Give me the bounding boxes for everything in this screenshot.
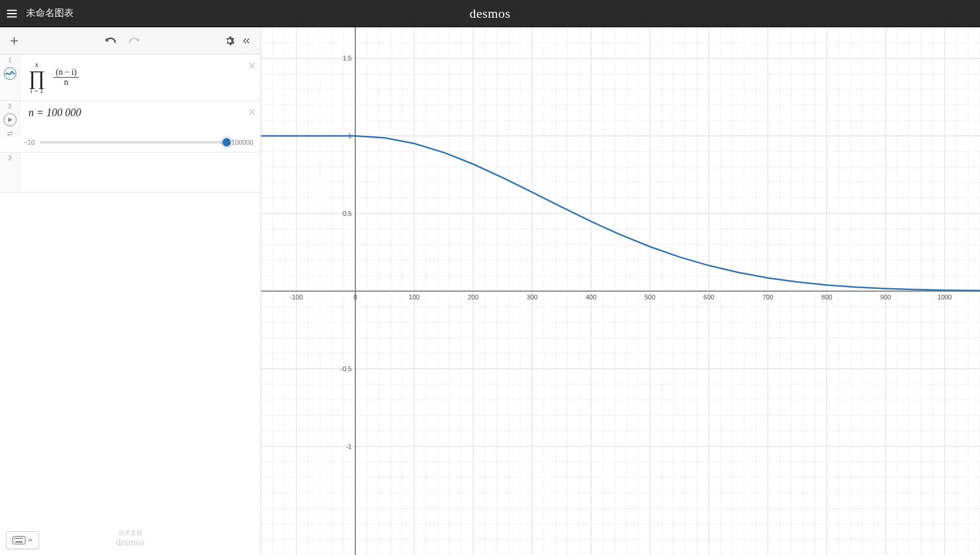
- expression-content[interactable]: x ∏ i = 1 (n − i) n: [20, 55, 260, 100]
- keyboard-toggle-button[interactable]: [6, 531, 39, 549]
- graph-canvas[interactable]: -10001002003004005006007008009001000-1-0…: [261, 27, 980, 555]
- fraction-numerator: (n − i): [53, 68, 79, 78]
- powered-brand: desmos: [116, 537, 145, 548]
- expression-number: 3: [8, 155, 12, 161]
- powered-by: 技术支持 desmos: [116, 529, 145, 548]
- svg-text:700: 700: [762, 294, 773, 301]
- expression-panel: 1 x ∏ i = 1 (n − i) n: [0, 27, 261, 555]
- svg-text:800: 800: [822, 294, 832, 301]
- expression-gutter: 2 ⇄: [0, 101, 20, 138]
- gear-icon: [224, 36, 235, 46]
- redo-button[interactable]: [126, 33, 142, 49]
- svg-text:1.5: 1.5: [343, 55, 352, 62]
- delete-expression-button[interactable]: ×: [248, 58, 256, 74]
- svg-text:400: 400: [586, 294, 596, 301]
- graph-svg: -10001002003004005006007008009001000-1-0…: [261, 27, 980, 555]
- expression-number: 2: [8, 103, 12, 110]
- svg-rect-1: [13, 537, 26, 544]
- plus-icon: [9, 36, 20, 46]
- svg-rect-2: [14, 538, 15, 539]
- expression-gutter: 3: [0, 152, 20, 192]
- expression-gutter: 1: [0, 55, 20, 100]
- expression-list: 1 x ∏ i = 1 (n − i) n: [0, 55, 260, 555]
- svg-text:900: 900: [880, 294, 891, 301]
- svg-rect-3: [16, 538, 17, 539]
- play-icon: [7, 117, 13, 123]
- expression-number: 1: [8, 57, 12, 63]
- brand-logo: desmos: [470, 6, 511, 21]
- menu-button[interactable]: [0, 0, 24, 27]
- svg-text:0.5: 0.5: [343, 210, 352, 217]
- undo-icon: [104, 35, 116, 47]
- hamburger-icon: [5, 7, 18, 20]
- powered-label: 技术支持: [116, 529, 145, 537]
- slider-track[interactable]: [40, 141, 227, 143]
- slider-label: n = 100 000: [28, 107, 81, 119]
- product-symbol: ∏: [28, 68, 45, 88]
- svg-text:500: 500: [644, 294, 655, 301]
- svg-rect-4: [18, 538, 19, 539]
- svg-rect-6: [21, 538, 23, 539]
- collapse-panel-button[interactable]: [238, 33, 254, 49]
- product-lower: i = 1: [30, 87, 43, 94]
- svg-rect-7: [15, 541, 23, 543]
- expression-row[interactable]: 2 ⇄ n = 100 000 × −10: [0, 101, 260, 152]
- slider-loop-icon[interactable]: ⇄: [7, 130, 12, 138]
- fraction-denominator: n: [62, 78, 71, 87]
- svg-text:200: 200: [467, 294, 478, 301]
- slider-thumb[interactable]: [222, 138, 231, 146]
- expression-content[interactable]: n = 100 000: [20, 101, 260, 138]
- curve-icon: [4, 67, 17, 80]
- main-area: 1 x ∏ i = 1 (n − i) n: [0, 27, 980, 555]
- chevron-double-left-icon: [241, 36, 252, 46]
- expression-row[interactable]: 1 x ∏ i = 1 (n − i) n: [0, 55, 260, 101]
- keyboard-icon: [12, 536, 26, 544]
- svg-text:100: 100: [409, 294, 419, 301]
- delete-expression-button[interactable]: ×: [248, 104, 256, 120]
- svg-text:1000: 1000: [937, 294, 952, 301]
- slider-control: −10 100000: [0, 138, 260, 152]
- expression-row-empty[interactable]: 3: [0, 152, 260, 193]
- svg-text:0: 0: [354, 294, 357, 301]
- slider-max[interactable]: 100000: [231, 139, 253, 146]
- expression-plot-toggle[interactable]: [4, 67, 17, 80]
- expression-toolbar: [0, 27, 260, 55]
- add-expression-button[interactable]: [6, 33, 23, 49]
- undo-button[interactable]: [102, 33, 119, 49]
- svg-text:600: 600: [704, 294, 714, 301]
- svg-text:300: 300: [527, 294, 537, 301]
- svg-text:-100: -100: [290, 294, 303, 301]
- slider-min[interactable]: −10: [24, 139, 35, 146]
- chevron-up-icon: [28, 538, 33, 543]
- app-header: 未命名图表 desmos: [0, 0, 980, 27]
- graph-title[interactable]: 未命名图表: [26, 7, 74, 20]
- play-slider-button[interactable]: [4, 113, 17, 126]
- redo-icon: [128, 35, 140, 47]
- expression-content[interactable]: [20, 152, 260, 192]
- svg-text:-0.5: -0.5: [341, 365, 352, 372]
- settings-button[interactable]: [221, 33, 238, 49]
- svg-text:-1: -1: [346, 443, 352, 450]
- svg-rect-5: [20, 538, 21, 539]
